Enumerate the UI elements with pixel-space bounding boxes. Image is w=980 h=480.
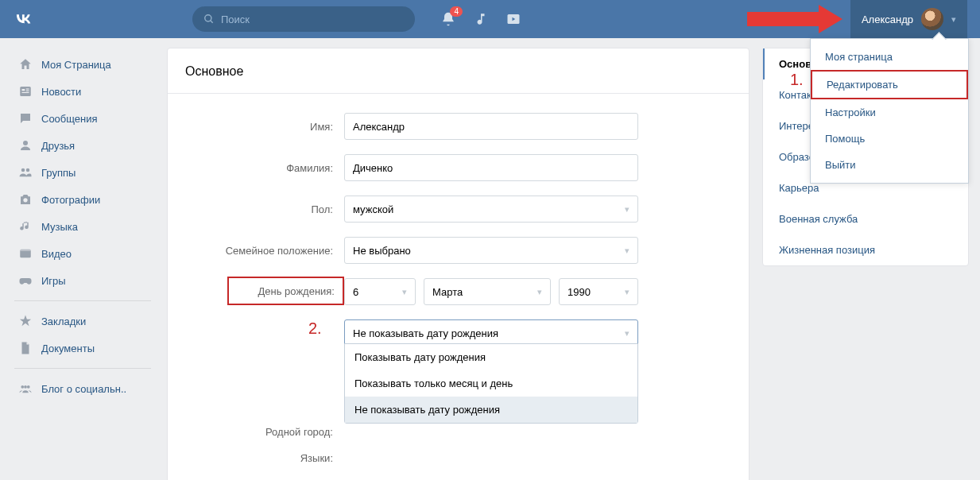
edit-profile-card: Основное Имя: Фамилия: Пол: мужской▾ Сем…	[167, 48, 750, 480]
sidebar-item-groups[interactable]: Группы	[11, 159, 154, 186]
svg-point-15	[27, 385, 30, 389]
visibility-option[interactable]: Показывать дату рождения	[345, 344, 637, 370]
select-marital[interactable]: Не выбрано▾	[344, 237, 638, 264]
notification-badge: 4	[450, 6, 463, 17]
search-icon	[203, 14, 215, 25]
label-gender: Пол:	[185, 203, 344, 215]
label-marital: Семейное положение:	[185, 245, 344, 257]
card-title: Основное	[168, 48, 749, 94]
header-icons: 4	[440, 11, 521, 27]
select-value: Не выбрано	[353, 245, 411, 257]
sidebar-item-label: Новости	[41, 86, 81, 98]
sidebar-item-bookmarks[interactable]: Закладки	[11, 308, 154, 335]
sidebar-separator	[14, 368, 151, 369]
svg-point-0	[205, 15, 211, 21]
annotation-marker-2: 2.	[308, 319, 322, 338]
label-languages: Языки:	[185, 452, 344, 464]
sidebar-item-label: Документы	[41, 343, 95, 354]
menu-logout[interactable]: Выйти	[811, 152, 968, 178]
groups-icon	[17, 165, 33, 180]
input-name[interactable]	[344, 113, 638, 140]
select-value: Не показывать дату рождения	[353, 327, 498, 339]
sidebar-item-label: Друзья	[41, 140, 75, 152]
chevron-down-icon: ▾	[625, 204, 629, 215]
chevron-down-icon: ▾	[537, 287, 542, 297]
svg-rect-4	[22, 89, 25, 91]
profile-name-label: Александр	[862, 14, 913, 25]
select-value: мужской	[353, 203, 393, 215]
tab-life-position[interactable]: Жизненная позиция	[763, 234, 968, 265]
sidebar-item-my-page[interactable]: Моя Страница	[11, 51, 154, 78]
svg-point-14	[21, 385, 24, 389]
sidebar-item-messages[interactable]: Сообщения	[11, 105, 154, 132]
sidebar-item-video[interactable]: Видео	[11, 240, 154, 267]
games-icon	[17, 273, 33, 288]
play-icon[interactable]	[505, 12, 521, 26]
sidebar-item-label: Моя Страница	[41, 59, 111, 71]
svg-point-16	[24, 385, 27, 389]
visibility-option[interactable]: Показывать только месяц и день	[345, 370, 637, 397]
input-surname[interactable]	[344, 154, 638, 181]
svg-rect-13	[20, 250, 31, 251]
sidebar-item-friends[interactable]: Друзья	[11, 132, 154, 159]
svg-point-8	[23, 141, 28, 145]
vk-logo[interactable]	[13, 7, 33, 31]
music-player-icon[interactable]	[474, 12, 488, 26]
menu-help[interactable]: Помощь	[811, 126, 968, 152]
news-icon	[17, 83, 33, 99]
sidebar-item-label: Сообщения	[41, 113, 98, 125]
chat-icon	[17, 110, 33, 126]
svg-rect-3	[20, 87, 31, 96]
svg-point-10	[26, 168, 30, 172]
sidebar-item-games[interactable]: Игры	[11, 267, 154, 294]
label-name: Имя:	[185, 121, 344, 133]
select-bd-month[interactable]: Марта▾	[424, 278, 551, 305]
chevron-down-icon: ▾	[951, 14, 956, 25]
sidebar-item-news[interactable]: Новости	[11, 78, 154, 105]
label-surname: Фамилия:	[185, 162, 344, 174]
annotation-box-birthday: День рождения:	[227, 277, 344, 305]
annotation-arrow	[747, 5, 842, 33]
visibility-dropdown: Показывать дату рождения Показывать толь…	[344, 343, 638, 424]
video-icon	[17, 246, 33, 261]
select-gender[interactable]: мужской▾	[344, 195, 638, 223]
menu-my-page[interactable]: Моя страница	[811, 44, 968, 70]
sidebar-item-photos[interactable]: Фотографии	[11, 186, 154, 213]
menu-settings[interactable]: Настройки	[811, 99, 968, 126]
sidebar-item-music[interactable]: Музыка	[11, 213, 154, 240]
svg-line-1	[211, 21, 213, 23]
notifications-icon[interactable]: 4	[440, 11, 456, 27]
friends-icon	[17, 137, 33, 153]
sidebar-item-blog[interactable]: Блог о социальн..	[11, 375, 154, 402]
select-value: 6	[353, 286, 358, 298]
select-value: 1990	[567, 286, 591, 298]
select-bd-visibility[interactable]: Не показывать дату рождения▾	[344, 319, 638, 346]
profile-dropdown: 1. Моя страница Редактировать Настройки …	[810, 38, 969, 184]
tab-military[interactable]: Военная служба	[763, 203, 968, 234]
sidebar-item-label: Музыка	[41, 221, 78, 233]
chevron-down-icon: ▾	[625, 246, 629, 256]
search-input[interactable]	[221, 14, 404, 25]
select-value: Марта	[432, 286, 463, 298]
menu-edit[interactable]: Редактировать	[811, 70, 968, 99]
app-header: 4 Александр ▾	[0, 0, 980, 38]
select-bd-year[interactable]: 1990▾	[559, 278, 638, 305]
svg-point-11	[23, 198, 27, 202]
sidebar-item-documents[interactable]: Документы	[11, 335, 154, 362]
annotation-marker-1: 1.	[790, 71, 804, 89]
star-icon	[17, 313, 33, 329]
search-box[interactable]	[192, 6, 415, 32]
visibility-option[interactable]: Не показывать дату рождения	[345, 397, 637, 423]
sidebar-item-label: Закладки	[41, 315, 86, 327]
chevron-down-icon: ▾	[402, 287, 407, 297]
sidebar-item-label: Игры	[41, 275, 66, 287]
svg-point-9	[21, 168, 25, 172]
label-hometown: Родной город:	[185, 426, 344, 438]
people-icon	[17, 381, 33, 397]
select-bd-day[interactable]: 6▾	[344, 278, 416, 305]
sidebar-separator	[14, 300, 151, 301]
left-sidebar: Моя Страница Новости Сообщения Друзья Гр…	[11, 48, 154, 480]
chevron-down-icon: ▾	[625, 328, 629, 339]
profile-menu-trigger[interactable]: Александр ▾	[850, 0, 967, 38]
sidebar-item-label: Блог о социальн..	[41, 383, 126, 395]
